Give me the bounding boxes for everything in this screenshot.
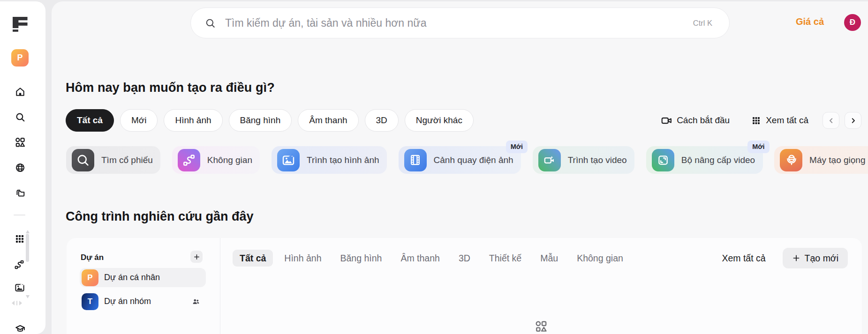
recent-view-all-link[interactable]: Xem tất cả: [722, 253, 765, 264]
search-icon: [205, 18, 216, 29]
project-tile: P: [82, 269, 98, 286]
tab-templates[interactable]: Mẫu: [540, 253, 558, 264]
plus-icon: [193, 253, 200, 260]
filter-chip-audio[interactable]: Âm thanh: [298, 109, 358, 132]
create-new-label: Tạo mới: [805, 253, 838, 264]
page-title: Hôm nay bạn muốn tạo ra điều gì?: [66, 81, 275, 95]
recent-tabs: Tất cả Hình ảnh Băng hình Âm thanh 3D Th…: [233, 250, 722, 267]
projects-column: Dự án P Dự án cá nhân T Dự án nhóm: [67, 238, 220, 334]
tool-card-label: Không gian: [207, 155, 252, 165]
tool-card-label: Cảnh quay điện ảnh: [434, 155, 513, 165]
grid-dots-icon: [752, 116, 761, 125]
recent-works-panel: Dự án P Dự án cá nhân T Dự án nhóm: [67, 238, 862, 334]
carousel-prev-button[interactable]: [823, 112, 839, 129]
tool-card-label: Máy tạo giọng nói: [809, 155, 868, 165]
video-sparkle-icon: [538, 149, 561, 171]
tab-spaces[interactable]: Không gian: [577, 253, 623, 264]
view-all-link[interactable]: Xem tất cả: [752, 115, 808, 126]
project-item-team[interactable]: T Dự án nhóm: [80, 292, 206, 311]
image-sparkle-icon: [277, 149, 300, 171]
new-badge: Mới: [747, 141, 769, 153]
carousel-next-button[interactable]: [845, 112, 861, 129]
tool-cards: Tìm cổ phiếu Không gian: [66, 146, 868, 174]
filter-chip-other[interactable]: Người khác: [405, 109, 474, 132]
stock-search-icon: [72, 149, 94, 171]
video-camera-icon: [661, 115, 672, 126]
tool-card-label: Trình tạo video: [568, 155, 627, 165]
tool-card-image-generator[interactable]: Trình tạo hình ảnh: [272, 146, 387, 174]
add-project-button[interactable]: [190, 251, 203, 263]
global-search-bar[interactable]: Ctrl K: [190, 7, 730, 38]
tool-card-voice-generator[interactable]: Máy tạo giọng nói: [774, 146, 868, 174]
projects-label: Dự án: [81, 253, 104, 262]
empty-state-shapes-icon: [535, 320, 547, 333]
plus-icon: [792, 254, 800, 262]
how-to-start-link[interactable]: Cách bắt đầu: [661, 115, 730, 126]
recent-tabs-row: Tất cả Hình ảnh Băng hình Âm thanh 3D Th…: [233, 248, 848, 268]
filter-chip-video[interactable]: Băng hình: [229, 109, 292, 132]
pricing-link[interactable]: Giá cả: [796, 16, 824, 27]
filter-chip-new[interactable]: Mới: [120, 109, 158, 132]
tool-card-video-upscaler[interactable]: Mới Bộ nâng cấp video: [646, 146, 763, 174]
search-input[interactable]: [225, 17, 693, 30]
filter-chip-images[interactable]: Hình ảnh: [164, 109, 222, 132]
new-badge: Mới: [506, 141, 528, 153]
tool-card-spaces[interactable]: Không gian: [172, 146, 260, 174]
tab-audio[interactable]: Âm thanh: [400, 253, 439, 264]
create-new-button[interactable]: Tạo mới: [783, 248, 848, 268]
tab-3d[interactable]: 3D: [459, 253, 470, 264]
hero-filter-chips: Tất cả Mới Hình ảnh Băng hình Âm thanh 3…: [66, 109, 474, 132]
app-window: P: [0, 0, 868, 334]
tool-card-label: Tìm cổ phiếu: [101, 155, 153, 165]
user-avatar[interactable]: Đ: [844, 14, 861, 31]
filter-chip-3d[interactable]: 3D: [365, 109, 399, 132]
project-label: Dự án nhóm: [104, 297, 151, 306]
filter-chip-all[interactable]: Tất cả: [66, 109, 114, 132]
view-all-label: Xem tất cả: [766, 115, 808, 126]
how-to-start-label: Cách bắt đầu: [677, 115, 730, 126]
video-upscale-icon: [652, 149, 674, 171]
tool-card-label: Trình tạo hình ảnh: [307, 155, 379, 165]
chevron-left-icon: [827, 117, 835, 125]
spline-node-icon: [178, 149, 200, 171]
tab-all[interactable]: Tất cả: [233, 250, 273, 267]
search-shortcut: Ctrl K: [693, 19, 712, 28]
tab-images[interactable]: Hình ảnh: [284, 253, 321, 264]
shared-people-icon: [192, 297, 200, 306]
hero-actions: Cách bắt đầu Xem tất cả: [661, 109, 861, 132]
voice-mic-icon: [780, 149, 802, 171]
film-strip-icon: [404, 149, 427, 171]
tool-card-label: Bộ nâng cấp video: [681, 155, 755, 165]
project-tile: T: [82, 293, 98, 310]
recent-works-title: Công trình nghiên cứu gần đây: [66, 209, 254, 224]
tool-card-cinematic-footage[interactable]: Mới Cảnh quay điện ảnh: [399, 146, 521, 174]
tab-video[interactable]: Băng hình: [340, 253, 382, 264]
main-panel: Ctrl K Giá cả Đ Hôm nay bạn muốn tạo ra …: [0, 0, 868, 334]
project-item-personal[interactable]: P Dự án cá nhân: [80, 268, 206, 287]
tool-card-stock-search[interactable]: Tìm cổ phiếu: [66, 146, 160, 174]
tool-card-video-generator[interactable]: Trình tạo video: [533, 146, 635, 174]
chevron-right-icon: [849, 117, 857, 125]
project-label: Dự án cá nhân: [104, 273, 160, 282]
tab-design[interactable]: Thiết kế: [489, 253, 521, 264]
